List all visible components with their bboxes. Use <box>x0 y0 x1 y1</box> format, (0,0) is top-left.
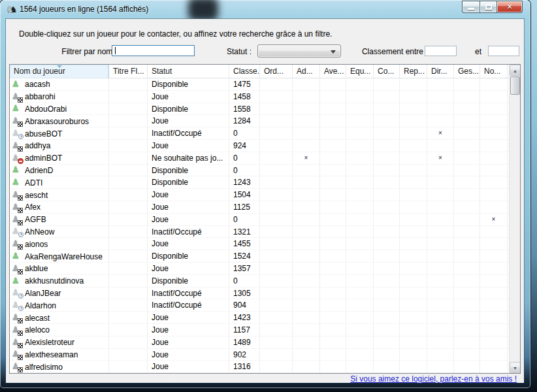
table-row[interactable]: ♟alecastJoue1423 <box>10 312 509 324</box>
table-row[interactable]: ♟AGFBJoue0× <box>10 214 509 226</box>
flag-ord <box>260 226 293 238</box>
column-header-classement[interactable]: Classe... <box>229 65 260 78</box>
column-header-ges[interactable]: Ges... <box>454 65 480 78</box>
flag-dir <box>427 287 454 300</box>
table-row[interactable]: ♟alextheseamanJoue902 <box>10 349 509 361</box>
column-header-ord[interactable]: Ord... <box>260 65 293 78</box>
scrollbar-thumb[interactable] <box>510 76 520 95</box>
flag-dir <box>427 226 454 238</box>
scroll-up-button[interactable]: ▲ <box>510 65 521 76</box>
table-row[interactable]: ♟AlanJBearInactif/Occupé1305 <box>10 287 509 300</box>
flag-co <box>374 140 400 152</box>
rating-min-input[interactable] <box>425 46 457 56</box>
flag-co <box>374 165 400 177</box>
player-name: alextheseaman <box>25 349 78 361</box>
flag-ave <box>320 152 346 165</box>
close-button[interactable]: ✕ <box>497 1 523 13</box>
flag-equ <box>346 226 374 238</box>
table-row[interactable]: ♟akkhusnutdinovaDisponible0 <box>10 275 509 287</box>
vertical-scrollbar[interactable]: ▲ ▼ <box>509 65 520 373</box>
column-header-name[interactable]: Nom du joueur <box>10 65 109 78</box>
title-bar[interactable]: ♘♞ 1564 joueurs en ligne (1564 affichés) <box>0 0 530 19</box>
table-row[interactable]: ♟AbdouOrabiDisponible1558 <box>10 103 509 116</box>
flag-ave <box>320 312 346 324</box>
rating-max-input[interactable] <box>488 46 519 56</box>
share-link[interactable]: Si vous aimez ce logiciel, parlez-en à v… <box>350 374 517 384</box>
flag-ave <box>320 238 346 250</box>
playing-status-icon: ♟ <box>12 116 22 126</box>
table-row[interactable]: ♟ADTIDisponible1243 <box>10 176 509 189</box>
column-header-statut[interactable]: Statut <box>148 65 229 78</box>
column-header-ave[interactable]: Ave... <box>320 65 346 78</box>
table-row[interactable]: ♟AhNeowInactif/Occupé1321 <box>10 226 509 238</box>
player-name-cell: ♟aleloco <box>10 324 109 336</box>
table-row[interactable]: ♟abuseBOTInactif/Occupé0× <box>10 127 509 140</box>
column-header-co[interactable]: Co... <box>374 65 400 78</box>
column-header-ad[interactable]: Ad... <box>293 65 320 78</box>
table-row[interactable]: ♟AlexisletroteurJoue1489 <box>10 336 509 349</box>
text-caret <box>115 47 116 54</box>
flag-dir <box>427 336 454 349</box>
player-name-cell: ♟Alexisletroteur <box>10 336 109 349</box>
flag-ad <box>293 312 320 324</box>
player-rating: 1305 <box>229 287 260 300</box>
flag-no <box>480 115 508 127</box>
table-row[interactable]: ♟aacashDisponible1475 <box>10 78 509 91</box>
name-filter-input[interactable] <box>112 45 195 56</box>
column-header-dir[interactable]: Dir... <box>427 65 454 78</box>
flag-ave <box>320 189 346 201</box>
flag-co <box>374 127 400 140</box>
table-row[interactable]: ♟alfredisimoJoue1316 <box>10 361 509 373</box>
flag-ave <box>320 287 346 300</box>
table-row[interactable]: ♟aionosJoue1455 <box>10 238 509 250</box>
table-row[interactable]: ♟AbraxasouroburosJoue1284 <box>10 115 509 127</box>
player-status: Joue <box>148 214 229 226</box>
flag-ave <box>320 140 346 152</box>
scroll-down-button[interactable]: ▼ <box>510 362 521 373</box>
flag-ord <box>260 165 293 177</box>
table-row[interactable]: ♟AldarhonInactif/Occupé904 <box>10 299 509 312</box>
flag-ad <box>293 361 320 373</box>
player-status: Disponible <box>148 78 229 91</box>
table-row[interactable]: ♟abbarohiJoue1458 <box>10 91 509 103</box>
status-dropdown[interactable] <box>257 44 341 57</box>
column-header-label: Statut <box>152 67 172 76</box>
player-status: Disponible <box>148 275 229 287</box>
player-rating: 1455 <box>229 238 260 250</box>
flag-no <box>480 238 508 250</box>
flag-co <box>374 275 400 287</box>
table-row[interactable]: ♟AdrienDDisponible0 <box>10 165 509 177</box>
table-row[interactable]: ♟akblueJoue1357 <box>10 263 509 275</box>
player-title <box>109 176 148 189</box>
column-header-no[interactable]: No... <box>480 65 508 78</box>
player-rating: 1504 <box>229 189 260 201</box>
player-name: aescht <box>25 189 48 201</box>
flag-equ <box>346 214 374 226</box>
flag-equ <box>346 336 374 349</box>
minimize-button[interactable] <box>462 1 480 13</box>
column-header-titre[interactable]: Titre FI... <box>109 65 148 78</box>
flag-ord <box>260 238 293 250</box>
flag-ord <box>260 299 293 312</box>
table-row[interactable]: ♟aeschtJoue1504 <box>10 189 509 201</box>
flag-equ <box>346 312 374 324</box>
client-area: Double-cliquez sur un joueur pour le con… <box>6 19 524 383</box>
column-header-equ[interactable]: Equ... <box>346 65 374 78</box>
player-status: Joue <box>148 263 229 275</box>
table-row[interactable]: ♟addhyaJoue924 <box>10 140 509 152</box>
column-header-rep[interactable]: Rep... <box>400 65 427 78</box>
player-status: Inactif/Occupé <box>148 299 229 312</box>
maximize-button[interactable] <box>480 1 497 13</box>
table-row[interactable]: ♟alelocoJoue1157 <box>10 324 509 336</box>
status-filter-label: Statut : <box>227 47 252 56</box>
flag-no <box>480 361 508 373</box>
table-row[interactable]: ♟adminBOTNe souhaite pas jo...0×× <box>10 152 509 165</box>
table-row[interactable]: ♟AkaRengaWareHouseDisponible1524 <box>10 250 509 263</box>
table-row[interactable]: ♟AfexJoue1125 <box>10 201 509 214</box>
player-title <box>109 165 148 177</box>
player-title <box>109 361 148 373</box>
player-title <box>109 91 148 103</box>
flag-ad <box>293 127 320 140</box>
flag-rep <box>400 78 427 91</box>
flag-ord <box>260 78 293 91</box>
